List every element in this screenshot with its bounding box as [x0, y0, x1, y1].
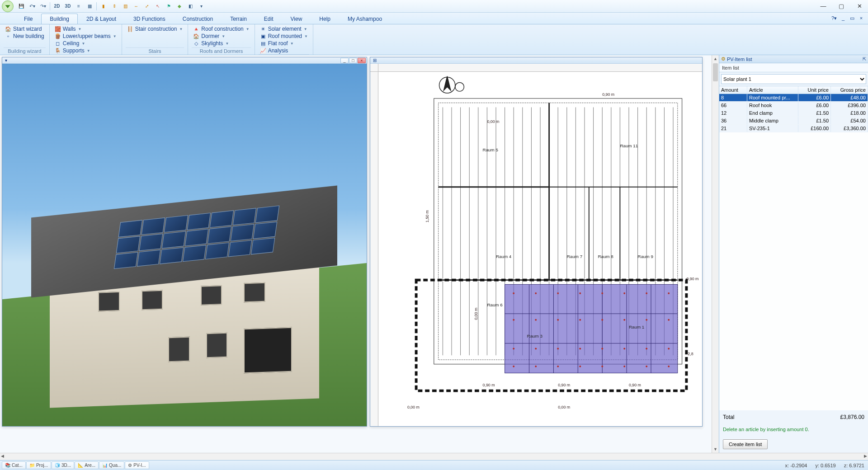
- scroll-up-icon[interactable]: ▲: [712, 55, 719, 62]
- analysis-icon: 📈: [260, 47, 266, 54]
- view-section-icon[interactable]: ≡: [74, 1, 84, 11]
- tool-4-icon[interactable]: ↔: [131, 1, 141, 11]
- svg-text:Raum 1: Raum 1: [629, 324, 644, 329]
- minimize-button[interactable]: —: [816, 1, 830, 11]
- maximize-button[interactable]: ▢: [835, 1, 848, 11]
- status-tab-3[interactable]: 📐Are...: [75, 461, 99, 469]
- erase-icon[interactable]: ◧: [185, 1, 195, 11]
- tool-3-icon[interactable]: ▥: [120, 1, 130, 11]
- status-tab-2[interactable]: 🧊3D...: [52, 461, 74, 469]
- pv-tab[interactable]: Item list: [719, 63, 868, 72]
- col-amount[interactable]: Amount: [719, 86, 747, 94]
- menutab-view[interactable]: View: [282, 14, 311, 24]
- lower-upper-beams-button[interactable]: 🪵Lower/upper beams▼: [53, 33, 118, 40]
- tool-1-icon[interactable]: ▮: [99, 1, 108, 11]
- svg-point-36: [455, 83, 464, 92]
- mdi-minimize-icon[interactable]: _: [839, 14, 847, 22]
- ruler-corner: [370, 64, 378, 72]
- pv-item-list-panel: ⚙ PV-Item list ⇱ Item list Solar plant 1…: [719, 55, 868, 453]
- pin-icon[interactable]: ⇱: [863, 56, 866, 61]
- close-button[interactable]: ✕: [853, 1, 866, 11]
- status-tab-1[interactable]: 📁Proj...: [26, 461, 51, 469]
- flag-icon[interactable]: ⚑: [164, 1, 174, 11]
- render-icon[interactable]: ◆: [175, 1, 184, 11]
- save-icon[interactable]: 💾: [16, 1, 26, 11]
- dropdown-icon: ▼: [290, 42, 294, 46]
- status-tab-4[interactable]: 📊Qua...: [99, 461, 124, 469]
- ceiling-button[interactable]: ◻Ceiling▼: [53, 40, 118, 47]
- status-tab-5[interactable]: ⚙PV-I...: [125, 461, 149, 469]
- 3d-close-button[interactable]: ×: [358, 58, 366, 63]
- tile-windows-icon[interactable]: ▦: [85, 1, 94, 11]
- menutab-2d-layout[interactable]: 2D & Layout: [78, 14, 125, 24]
- menutab-building[interactable]: Building: [41, 14, 78, 24]
- new-building-icon: ▫: [5, 33, 11, 39]
- horizontal-scrollbar[interactable]: ◀ ▶: [0, 453, 868, 460]
- scroll-down-icon[interactable]: ▼: [712, 446, 719, 453]
- menutab-my-ashampoo[interactable]: My Ashampoo: [339, 14, 391, 24]
- svg-point-76: [646, 366, 647, 367]
- scroll-thumb[interactable]: [713, 63, 718, 81]
- 2d-view-handle-icon[interactable]: ⊞: [373, 58, 377, 63]
- tool-2-icon[interactable]: ⇕: [109, 1, 119, 11]
- stair-construction-button[interactable]: 🪜Stair construction▼: [126, 25, 184, 33]
- svg-point-72: [557, 366, 559, 367]
- new-building-button[interactable]: ▫New building: [4, 33, 46, 40]
- undo-icon[interactable]: ↶▾: [27, 1, 37, 11]
- ribbon: 🏠Start wizard▫New buildingBuilding wizar…: [0, 24, 868, 55]
- 3d-view-handle-icon[interactable]: ▾: [5, 58, 7, 63]
- table-row[interactable]: 66Roof hook£6.00£396.00: [719, 102, 868, 109]
- table-row[interactable]: 36Middle clamp£1.50£54.00: [719, 117, 868, 125]
- help-icon[interactable]: ?▾: [830, 14, 838, 22]
- svg-point-61: [668, 319, 670, 321]
- start-wizard-button[interactable]: 🏠Start wizard: [4, 25, 46, 33]
- roof-construction-button[interactable]: 🔺Roof construction▼: [192, 25, 250, 33]
- table-row[interactable]: 8Roof mounted pr...£6.00£48.00: [719, 94, 868, 102]
- menutab-3d-functions[interactable]: 3D Functions: [125, 14, 174, 24]
- app-menu-button[interactable]: [2, 0, 14, 12]
- menutab-help[interactable]: Help: [311, 14, 339, 24]
- menutab-terrain[interactable]: Terrain: [222, 14, 255, 24]
- vertical-scrollbar[interactable]: ▲ ▼: [712, 55, 719, 453]
- ribbon-group-label: Roofs and Dormers: [192, 47, 250, 55]
- skylights-button[interactable]: ◇Skylights▼: [192, 40, 250, 47]
- menu-tabs: FileBuilding2D & Layout3D FunctionsConst…: [0, 13, 868, 24]
- 3d-maximize-button[interactable]: □: [349, 58, 357, 63]
- status-tab-0[interactable]: 📚Cat...: [2, 461, 26, 469]
- create-item-list-button[interactable]: Create item list: [723, 439, 768, 449]
- svg-text:Raum 6: Raum 6: [487, 302, 503, 307]
- pointer-icon[interactable]: ↖: [153, 1, 163, 11]
- qat-more-icon[interactable]: ▾: [196, 1, 206, 11]
- ruler-horizontal[interactable]: [378, 64, 702, 72]
- table-row[interactable]: 12End clamp£1.50£18.00: [719, 109, 868, 117]
- solar-element-button[interactable]: ☀Solar element▼: [259, 25, 309, 33]
- svg-point-62: [513, 348, 514, 350]
- analysis-button[interactable]: 📈Analysis: [259, 47, 309, 54]
- ruler-vertical[interactable]: [370, 72, 378, 426]
- table-row[interactable]: 21SV-235-1£160.00£3,360.00: [719, 125, 868, 132]
- skylights-icon: ◇: [193, 40, 199, 47]
- dormer-button[interactable]: 🏠Dormer▼: [192, 33, 250, 40]
- redo-icon[interactable]: ↷▾: [38, 1, 48, 11]
- menutab-construction[interactable]: Construction: [174, 14, 222, 24]
- 3d-minimize-button[interactable]: _: [340, 58, 349, 63]
- 2d-viewport[interactable]: Raum 5 Raum 11 Raum 4 Raum 7 Raum 8 Raum…: [378, 72, 702, 426]
- flat-roof-button[interactable]: ▤Flat roof▼: [259, 40, 309, 47]
- roof-mounted-button[interactable]: ▣Roof mounted▼: [259, 33, 309, 40]
- tool-5-icon[interactable]: ⤢: [142, 1, 152, 11]
- pv-panel-title: PV-Item list: [727, 56, 752, 62]
- solar-plant-select[interactable]: Solar plant 1: [721, 74, 866, 84]
- mdi-restore-icon[interactable]: ▭: [848, 14, 856, 22]
- supports-button[interactable]: 🪑Supports▼: [53, 47, 118, 54]
- 3d-viewport[interactable]: [2, 64, 367, 426]
- view-2d-icon[interactable]: 2D: [52, 1, 62, 11]
- menutab-file[interactable]: File: [15, 14, 41, 24]
- col-gross-price[interactable]: Gross price: [831, 86, 868, 94]
- view-3d-icon[interactable]: 3D: [63, 1, 73, 11]
- col-unit-price[interactable]: Unit price: [798, 86, 831, 94]
- col-article[interactable]: Article: [747, 86, 798, 94]
- walls-button[interactable]: 🧱Walls▼: [53, 25, 118, 33]
- svg-text:Raum 4: Raum 4: [496, 254, 512, 259]
- menutab-edit[interactable]: Edit: [255, 14, 282, 24]
- mdi-close-icon[interactable]: ×: [857, 14, 865, 22]
